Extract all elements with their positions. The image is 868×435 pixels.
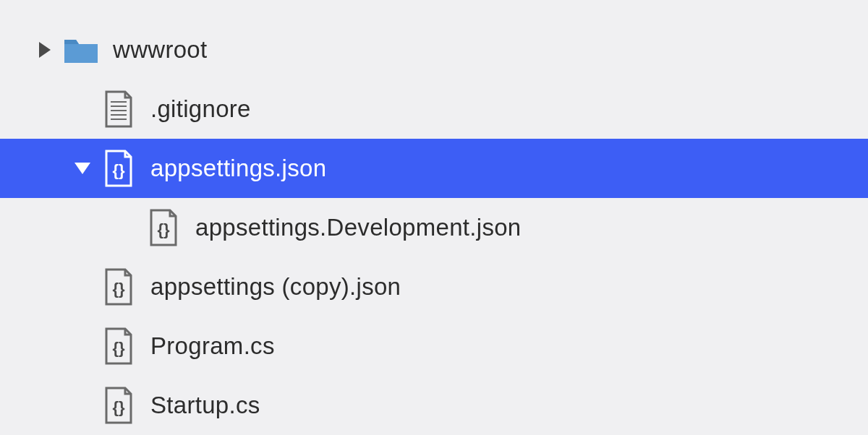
codefile-icon: {} [98, 316, 139, 376]
expand-spacer [71, 316, 94, 376]
codefile-icon: {} [98, 376, 139, 435]
expand-spacer [116, 198, 139, 257]
textfile-icon [98, 79, 139, 139]
codefile-icon: {} [98, 139, 139, 198]
tree-item-label: appsettings (copy).json [150, 273, 401, 301]
tree-item-label: appsettings.Development.json [195, 214, 522, 241]
chevron-right-icon [39, 42, 51, 58]
codefile-icon: {} [98, 257, 139, 316]
folder-icon [61, 20, 101, 79]
svg-text:{}: {} [112, 398, 125, 416]
file-tree: wwwroot .gitignore {} [0, 0, 868, 435]
expand-toggle[interactable] [33, 20, 56, 79]
tree-item-wwwroot[interactable]: wwwroot [0, 20, 868, 79]
tree-item-label: Program.cs [150, 332, 275, 360]
tree-item-label: .gitignore [150, 95, 251, 123]
expand-spacer [71, 79, 94, 139]
expand-spacer [71, 257, 94, 316]
tree-item-label: Startup.cs [150, 392, 260, 419]
tree-item-label: wwwroot [113, 36, 207, 64]
expand-spacer [71, 376, 94, 435]
svg-text:{}: {} [157, 220, 170, 238]
codefile-icon: {} [143, 198, 184, 257]
tree-item-partial [0, 7, 868, 20]
tree-item-startup-cs[interactable]: {} Startup.cs [0, 376, 868, 435]
tree-item-appsettings-development-json[interactable]: {} appsettings.Development.json [0, 198, 868, 257]
svg-text:{}: {} [112, 280, 125, 298]
tree-item-gitignore[interactable]: .gitignore [0, 79, 868, 139]
svg-text:{}: {} [112, 161, 125, 179]
svg-text:{}: {} [112, 339, 125, 357]
expand-toggle[interactable] [71, 139, 94, 198]
chevron-down-icon [75, 163, 90, 174]
tree-item-program-cs[interactable]: {} Program.cs [0, 316, 868, 376]
tree-item-appsettings-copy-json[interactable]: {} appsettings (copy).json [0, 257, 868, 316]
tree-item-label: appsettings.json [150, 155, 326, 182]
tree-item-appsettings-json[interactable]: {} appsettings.json [0, 139, 868, 198]
